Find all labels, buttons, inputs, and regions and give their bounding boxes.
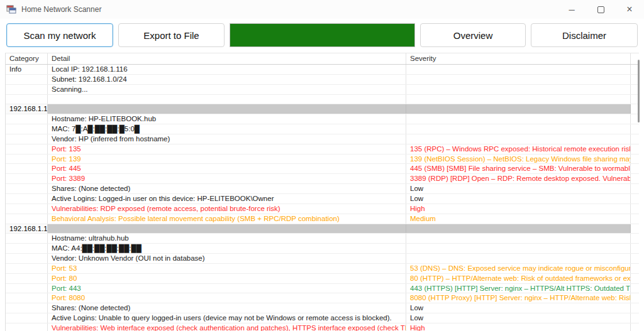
cell-severity: 139 (NetBIOS Session) – NetBIOS: Legacy … [406, 155, 631, 164]
table-row[interactable]: Behavioral Analysis: Possible lateral mo… [6, 214, 639, 224]
close-icon[interactable]: × [615, 0, 644, 19]
cell-detail: Port: 443 [48, 284, 406, 293]
table-row[interactable]: Port: 445445 (SMB) [SMB] File sharing se… [6, 164, 639, 174]
cell-severity [406, 65, 631, 74]
column-header-severity[interactable]: Severity [406, 53, 631, 64]
cell-detail: Scanning... [48, 85, 406, 94]
cell-severity: Low [406, 313, 631, 323]
cell-detail: Active Logins: Unable to query logged-in… [48, 313, 406, 323]
table-row[interactable]: Port: 33893389 (RDP) [RDP] Open – RDP: R… [6, 174, 639, 184]
cell-severity: Medium [406, 214, 631, 224]
cell-severity [406, 114, 631, 124]
table-row[interactable]: Port: 8080 (HTTP) – HTTP/Alternate web: … [6, 274, 639, 284]
cell-category: Info [6, 65, 48, 74]
cell-category: 192.168.1.116 [6, 104, 48, 114]
cell-category [6, 124, 48, 134]
table-row[interactable]: Active Logins: Logged-in user on this de… [6, 194, 639, 204]
cell-severity: Low [406, 303, 631, 313]
cell-severity [406, 244, 631, 253]
table-row[interactable]: Scanning... [6, 85, 639, 95]
window-controls: ─ × [557, 0, 644, 19]
cell-detail: Vulnerabilities: Web interface exposed (… [48, 323, 406, 331]
cell-detail: Hostname: ultrahub.hub [48, 234, 406, 243]
disclaimer-button[interactable]: Disclaimer [531, 23, 638, 47]
cell-detail: MAC: 7█:A█:██:██:█5:0█ [48, 124, 406, 134]
cell-severity [406, 75, 631, 84]
table-row[interactable]: MAC: A4:██:██:██:██:██ [6, 244, 639, 254]
maximize-icon[interactable] [586, 0, 615, 19]
cell-severity: 8080 (HTTP Proxy) [HTTP] Server: nginx –… [406, 293, 631, 303]
progress-fill [230, 24, 414, 46]
cell-detail [48, 224, 406, 234]
cell-category [6, 194, 48, 203]
results-grid: Category Detail Severity InfoLocal IP: 1… [5, 53, 639, 331]
table-row[interactable]: Port: 135135 (RPC) – Windows RPC exposed… [6, 144, 639, 155]
device-group-row[interactable]: 192.168.1.1 [6, 224, 639, 234]
table-row[interactable]: Hostname: HP-ELITEBOOK.hub [6, 114, 639, 124]
window-title: Home Network Scanner [21, 5, 557, 14]
cell-severity [406, 104, 631, 114]
title-bar: Home Network Scanner ─ × [0, 0, 644, 19]
cell-category [6, 155, 48, 164]
cell-severity: High [406, 204, 631, 214]
cell-detail [48, 104, 406, 114]
scrollbar-thumb[interactable] [638, 60, 640, 122]
column-header-category[interactable]: Category [6, 53, 48, 64]
cell-severity: 443 (HTTPS) [HTTP] Server: nginx – HTTPS… [406, 284, 631, 293]
cell-detail: Shares: (None detected) [48, 184, 406, 193]
scan-network-button[interactable]: Scan my network [6, 23, 113, 47]
cell-severity: Low [406, 194, 631, 203]
table-row[interactable]: Port: 139139 (NetBIOS Session) – NetBIOS… [6, 155, 639, 165]
grid-header: Category Detail Severity [6, 53, 639, 65]
table-row[interactable]: Port: 443443 (HTTPS) [HTTP] Server: ngin… [6, 284, 639, 294]
cell-category [6, 204, 48, 214]
cell-category [6, 244, 48, 253]
cell-category [6, 234, 48, 243]
app-icon [6, 4, 16, 14]
table-row[interactable]: Subnet: 192.168.1.0/24 [6, 75, 639, 85]
overview-button[interactable]: Overview [420, 23, 526, 47]
minimize-icon[interactable]: ─ [557, 0, 586, 19]
cell-detail: Port: 3389 [48, 174, 406, 183]
table-row[interactable]: MAC: 7█:A█:██:██:█5:0█ [6, 124, 639, 134]
cell-detail: Local IP: 192.168.1.116 [48, 65, 406, 74]
cell-category: 192.168.1.1 [6, 224, 48, 234]
cell-severity [406, 124, 631, 134]
table-row[interactable]: Port: 80808080 (HTTP Proxy) [HTTP] Serve… [6, 293, 639, 303]
cell-category [6, 284, 48, 293]
cell-detail: Port: 135 [48, 144, 406, 154]
table-row[interactable]: Vulnerabilities: RDP exposed (remote acc… [6, 204, 639, 214]
table-row[interactable]: InfoLocal IP: 192.168.1.116 [6, 65, 639, 75]
cell-detail: Active Logins: Logged-in user on this de… [48, 194, 406, 203]
export-to-file-button[interactable]: Export to File [118, 23, 225, 47]
table-row[interactable]: Vendor: HP (inferred from hostname) [6, 134, 639, 144]
table-row[interactable] [6, 95, 639, 105]
cell-category [6, 214, 48, 224]
cell-category [6, 293, 48, 303]
cell-severity: 53 (DNS) – DNS: Exposed service may indi… [406, 264, 631, 273]
table-row[interactable]: Active Logins: Unable to query logged-in… [6, 313, 639, 323]
cell-category [6, 254, 48, 263]
cell-category [6, 134, 48, 144]
cell-detail: Port: 139 [48, 155, 406, 164]
vertical-scrollbar[interactable] [636, 53, 641, 331]
cell-severity [406, 224, 631, 234]
table-row[interactable]: Shares: (None detected)Low [6, 184, 639, 194]
cell-severity [406, 85, 631, 94]
cell-category [6, 85, 48, 94]
table-row[interactable]: Shares: (None detected)Low [6, 303, 639, 313]
table-row[interactable]: Port: 5353 (DNS) – DNS: Exposed service … [6, 264, 639, 274]
column-header-detail[interactable]: Detail [48, 53, 406, 64]
table-row[interactable]: Hostname: ultrahub.hub [6, 234, 639, 244]
cell-category [6, 75, 48, 84]
cell-severity [406, 234, 631, 243]
table-row[interactable]: Vulnerabilities: Web interface exposed (… [6, 323, 639, 331]
cell-detail: Vendor: Unknown Vendor (OUI not in datab… [48, 254, 406, 263]
cell-severity [406, 254, 631, 263]
cell-detail: Vulnerabilities: RDP exposed (remote acc… [48, 204, 406, 214]
toolbar: Scan my network Export to File Overview … [6, 23, 638, 47]
cell-category [6, 303, 48, 313]
table-row[interactable]: Vendor: Unknown Vendor (OUI not in datab… [6, 254, 639, 264]
cell-severity [406, 134, 631, 144]
device-group-row[interactable]: 192.168.1.116 [6, 104, 639, 114]
